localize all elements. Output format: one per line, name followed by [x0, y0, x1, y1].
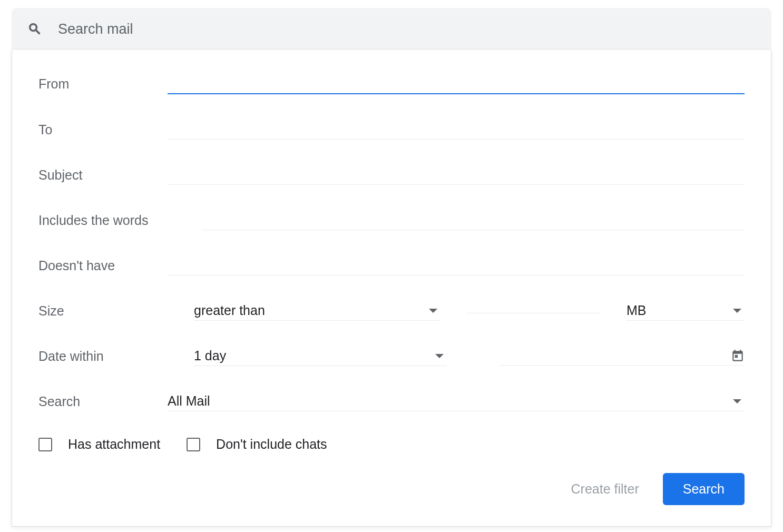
search-scope-dropdown[interactable]: All Mail	[168, 391, 745, 411]
search-icon	[27, 22, 42, 36]
search-bar[interactable]: Search mail	[12, 8, 771, 50]
chevron-down-icon	[435, 354, 444, 358]
doesnt-have-input[interactable]	[168, 255, 745, 275]
chevron-down-icon	[429, 309, 437, 313]
search-scope-value: All Mail	[168, 393, 210, 409]
exclude-chats-checkbox-group[interactable]: Don't include chats	[187, 437, 327, 452]
search-placeholder: Search mail	[58, 21, 133, 37]
includes-words-label: Includes the words	[38, 213, 168, 228]
calendar-icon	[731, 349, 745, 363]
to-label: To	[38, 122, 168, 137]
doesnt-have-label: Doesn't have	[38, 258, 168, 273]
date-within-label: Date within	[38, 349, 168, 364]
chevron-down-icon	[733, 399, 741, 403]
to-input[interactable]	[168, 120, 745, 140]
has-attachment-label: Has attachment	[68, 437, 160, 452]
includes-words-input[interactable]	[202, 210, 745, 230]
from-label: From	[38, 76, 168, 92]
has-attachment-checkbox[interactable]	[38, 438, 52, 451]
exclude-chats-label: Don't include chats	[216, 437, 327, 452]
size-unit-dropdown[interactable]: MB	[627, 301, 745, 321]
size-unit-value: MB	[627, 303, 647, 318]
has-attachment-checkbox-group[interactable]: Has attachment	[38, 437, 160, 452]
from-input[interactable]	[168, 74, 745, 94]
date-range-dropdown[interactable]: 1 day	[194, 346, 447, 366]
date-range-value: 1 day	[194, 348, 226, 363]
chevron-down-icon	[733, 309, 741, 313]
subject-label: Subject	[38, 168, 168, 183]
exclude-chats-checkbox[interactable]	[187, 438, 200, 451]
size-operator-dropdown[interactable]: greater than	[194, 301, 441, 321]
size-label: Size	[38, 303, 168, 319]
subject-input[interactable]	[168, 165, 745, 185]
advanced-search-panel: From To Subject Includes the words Doesn…	[12, 50, 771, 527]
search-scope-label: Search	[38, 394, 168, 409]
create-filter-button[interactable]: Create filter	[571, 481, 639, 497]
search-button[interactable]: Search	[663, 473, 745, 505]
size-value-input[interactable]	[467, 309, 600, 313]
date-picker-field[interactable]	[500, 347, 745, 366]
size-operator-value: greater than	[194, 303, 265, 318]
